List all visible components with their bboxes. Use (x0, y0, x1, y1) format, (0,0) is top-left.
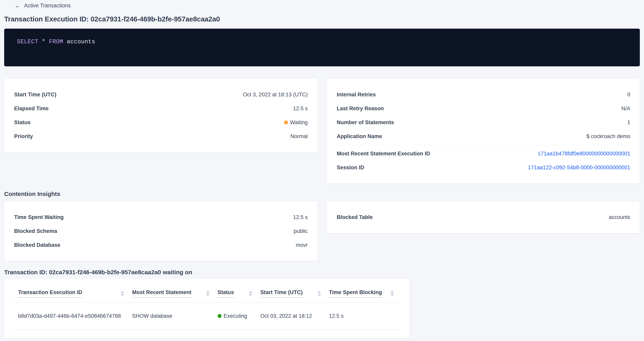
details-row-number-of-statements: Number of Statements 1 (337, 115, 630, 129)
sort-icon[interactable] (120, 291, 124, 296)
row-value: accounts (609, 214, 630, 220)
summary-row-priority: Priority Normal (14, 129, 308, 143)
waiting-on-table-card: Transaction Execution ID Most Recent Sta… (4, 279, 410, 339)
contention-blocked-table-card: Blocked Table accounts (327, 201, 640, 233)
column-header-time-spent-blocking[interactable]: Time Spent Blocking (329, 285, 402, 302)
contention-row-blocked-database: Blocked Database movr (14, 238, 308, 252)
column-header-label: Time Spent Blocking (329, 289, 382, 298)
row-label: Most Recent Statement Execution ID (337, 151, 430, 157)
details-row-internal-retries: Internal Retries 0 (337, 88, 630, 101)
cell-status: Executing (218, 302, 260, 330)
column-header-status[interactable]: Status (218, 285, 260, 302)
row-label: Status (14, 119, 31, 126)
transaction-summary-card: Start Time (UTC) Oct 3, 2022 at 18:13 (U… (4, 79, 317, 152)
arrow-left-icon: ← (14, 2, 21, 9)
row-value: movr (296, 242, 308, 248)
status-text: Executing (224, 313, 247, 319)
waiting-status-dot-icon (284, 120, 288, 124)
row-label: Elapsed Time (14, 105, 49, 112)
back-link-label: Active Transactions (24, 2, 70, 9)
row-value: $ cockroach demo (586, 133, 630, 139)
summary-row-elapsed-time: Elapsed Time 12.5 s (14, 101, 308, 115)
session-id-link[interactable]: 171aa122-c092-54b8-0000-000000000001 (528, 165, 630, 171)
row-label: Start Time (UTC) (14, 92, 56, 98)
cell-start-time: Oct 03, 2022 at 18:12 (260, 302, 329, 330)
status-text: Waiting (290, 119, 308, 126)
summary-cards-row: Start Time (UTC) Oct 3, 2022 at 18:13 (U… (4, 79, 640, 183)
column-header-label: Transaction Execution ID (18, 289, 82, 298)
row-value: 0 (627, 92, 630, 98)
transaction-details-card: Internal Retries 0 Last Retry Reason N/A… (327, 79, 640, 183)
waiting-on-table: Transaction Execution ID Most Recent Sta… (12, 285, 402, 330)
details-row-statement-execution-id: Most Recent Statement Execution ID 171aa… (337, 147, 630, 161)
sql-statement: SELECT * FROM accounts (17, 38, 95, 45)
sql-statement-box: SELECT * FROM accounts (4, 29, 640, 66)
summary-row-start-time: Start Time (UTC) Oct 3, 2022 at 18:13 (U… (14, 88, 308, 101)
details-row-session-id: Session ID 171aa122-c092-54b8-0000-00000… (337, 161, 630, 174)
row-value: Oct 3, 2022 at 18:13 (UTC) (243, 92, 308, 98)
column-header-transaction-execution-id[interactable]: Transaction Execution ID (18, 285, 132, 302)
row-label: Number of Statements (337, 119, 394, 126)
row-label: Blocked Schema (14, 228, 57, 234)
cell-time-spent-blocking: 12.5 s (329, 302, 402, 330)
row-value: public (294, 228, 308, 234)
row-label: Last Retry Reason (337, 105, 384, 112)
contention-waiting-card: Time Spent Waiting 12.5 s Blocked Schema… (4, 201, 317, 261)
contention-row-blocked-schema: Blocked Schema public (14, 224, 308, 238)
row-value: Normal (290, 133, 308, 139)
status-badge: Executing (218, 313, 247, 319)
row-value: 1 (627, 119, 630, 126)
table-row: b8d7d03a-d497-446b-8474-e50846674768 SHO… (12, 302, 402, 330)
sql-star: * (42, 38, 45, 45)
contention-row-time-spent-waiting: Time Spent Waiting 12.5 s (14, 210, 308, 224)
column-header-label: Status (218, 289, 234, 298)
details-row-application-name: Application Name $ cockroach demo (337, 129, 630, 143)
row-label: Internal Retries (337, 92, 376, 98)
contention-insights-heading: Contention Insights (4, 191, 640, 197)
waiting-on-heading: Transaction ID: 02ca7931-f246-469b-b2fe-… (4, 269, 640, 276)
table-header-row: Transaction Execution ID Most Recent Sta… (12, 285, 402, 302)
details-row-last-retry-reason: Last Retry Reason N/A (337, 101, 630, 115)
back-to-active-transactions-link[interactable]: ← Active Transactions (14, 2, 70, 9)
row-label: Session ID (337, 165, 364, 171)
sql-table-name: accounts (67, 38, 95, 45)
statement-execution-id-link[interactable]: 171aa1b478fdf0e80000000000000001 (538, 151, 630, 157)
contention-cards-row: Time Spent Waiting 12.5 s Blocked Schema… (4, 201, 640, 261)
row-value: 12.5 s (293, 105, 308, 112)
sql-keyword-from: FROM (49, 38, 63, 45)
row-label: Time Spent Waiting (14, 214, 64, 220)
sql-keyword-select: SELECT (17, 38, 38, 45)
row-label: Priority (14, 133, 33, 139)
contention-row-blocked-table: Blocked Table accounts (337, 210, 630, 224)
sort-icon[interactable] (390, 291, 394, 296)
summary-row-status: Status Waiting (14, 115, 308, 129)
column-header-label: Most Recent Statement (132, 289, 192, 298)
executing-status-dot-icon (218, 314, 222, 318)
sort-icon[interactable] (206, 291, 210, 296)
row-value: N/A (621, 105, 630, 112)
row-label: Application Name (337, 133, 382, 139)
cell-transaction-execution-id: b8d7d03a-d497-446b-8474-e50846674768 (18, 302, 132, 330)
row-label: Blocked Database (14, 242, 60, 248)
row-label: Blocked Table (337, 214, 373, 220)
sort-icon[interactable] (249, 291, 252, 296)
card-divider (337, 145, 630, 145)
status-badge: Waiting (284, 119, 308, 126)
column-header-most-recent-statement[interactable]: Most Recent Statement (132, 285, 218, 302)
transaction-details-page: ← Active Transactions Transaction Execut… (0, 0, 644, 339)
row-value: 12.5 s (293, 214, 308, 220)
sort-icon[interactable] (318, 291, 321, 296)
page-title: Transaction Execution ID: 02ca7931-f246-… (4, 15, 640, 23)
column-header-start-time[interactable]: Start Time (UTC) (260, 285, 329, 302)
column-header-label: Start Time (UTC) (260, 289, 303, 298)
cell-most-recent-statement: SHOW database (132, 302, 218, 330)
